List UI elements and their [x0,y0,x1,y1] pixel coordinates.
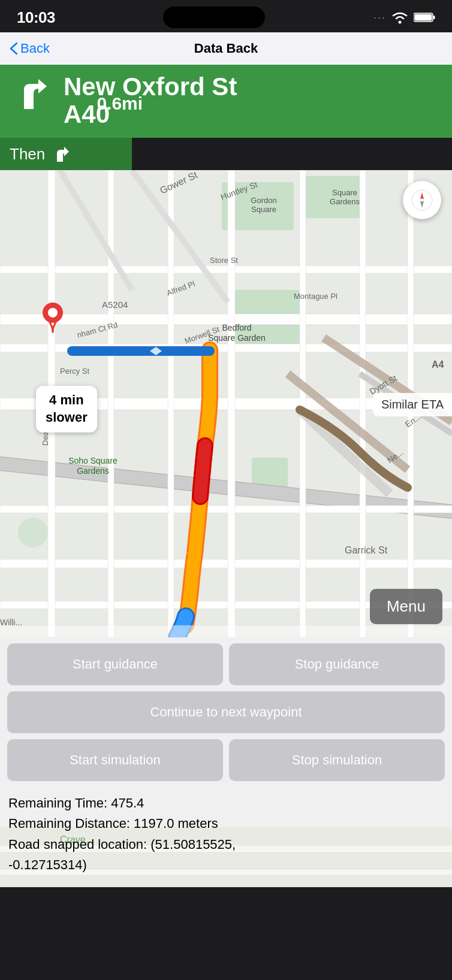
street-info: New Oxford St A40 [64,73,237,128]
svg-text:Square: Square [332,188,357,197]
road-snapped-coords: -0.12715314) [8,855,444,875]
simulation-row: Start simulation Stop simulation [7,739,445,781]
road-snapped-label: Road snapped location: (51.50815525, [8,834,444,855]
svg-text:Garrick St: Garrick St [345,545,388,555]
start-simulation-button[interactable]: Start simulation [7,739,223,781]
then-label: Then [10,145,45,164]
svg-rect-20 [108,170,114,637]
svg-text:Montague Pl: Montague Pl [294,292,338,301]
info-overlay: Remaining Time: 475.4 Remaining Distance… [8,793,444,875]
compass-icon [411,189,433,211]
nav-bar: Back Data Back [0,32,452,65]
wifi-icon [391,11,409,24]
map-container[interactable]: Gower St Huntley St A5204 nham Ct Rd Per… [0,170,452,637]
svg-text:Gardens: Gardens [330,197,360,206]
back-label: Back [20,41,50,56]
continue-waypoint-button[interactable]: Continue to next waypoint [7,691,445,733]
turn-right-icon [12,73,54,115]
svg-text:A5204: A5204 [102,300,128,310]
signal-icon: ··· [373,11,386,24]
battery-icon [414,12,435,23]
then-turn-icon [52,144,73,164]
page-title: Data Back [194,41,258,56]
distance: 0.6mi [97,93,143,113]
similar-eta-label: Similar ETA [373,393,452,416]
svg-text:Square: Square [251,205,276,214]
svg-rect-22 [228,170,235,637]
svg-rect-16 [0,506,452,513]
svg-text:Gardens: Gardens [77,466,109,476]
svg-rect-56 [0,625,452,637]
svg-text:Soho Square: Soho Square [68,456,117,465]
svg-text:Gordon: Gordon [251,196,276,205]
street-name: New Oxford St [64,73,237,101]
start-guidance-button[interactable]: Start guidance [7,643,223,685]
info-area: Crave... Remaining Time: 475.4 Remaining… [0,787,452,887]
svg-point-0 [398,21,401,24]
svg-rect-15 [0,266,452,273]
svg-rect-2 [433,16,435,19]
stop-guidance-button[interactable]: Stop guidance [229,643,445,685]
remaining-time: Remaining Time: 475.4 [8,793,444,813]
svg-text:Bedford: Bedford [222,323,251,332]
status-time: 10:03 [17,8,55,27]
svg-rect-9 [18,518,48,548]
location-pin [41,302,65,335]
guidance-row: Start guidance Stop guidance [7,643,445,685]
turn-arrow-container [12,73,54,117]
compass[interactable] [403,181,441,219]
remaining-distance: Remaining Distance: 1197.0 meters [8,813,444,834]
road-code: A40 [64,101,237,128]
svg-rect-3 [414,14,432,21]
then-bar: Then [0,138,132,170]
svg-text:Square Garden: Square Garden [208,333,266,343]
svg-rect-8 [252,458,288,488]
svg-text:Store St: Store St [210,256,238,265]
svg-text:A4: A4 [432,359,444,370]
svg-rect-24 [360,170,366,637]
back-chevron-icon [10,42,18,55]
svg-rect-17 [0,559,452,568]
back-button[interactable]: Back [10,41,50,56]
controls-area: Start guidance Stop guidance Continue to… [0,637,452,787]
svg-text:Percy St: Percy St [60,367,90,376]
slower-text: 4 minslower [46,392,88,425]
svg-rect-21 [168,170,174,637]
svg-rect-23 [300,170,306,637]
dynamic-island [163,7,265,28]
slower-tooltip: 4 minslower [36,386,97,432]
status-bar: 10:03 ··· [0,0,452,32]
menu-button[interactable]: Menu [370,589,442,624]
nav-header: New Oxford St A40 0.6mi [0,65,452,138]
status-icons: ··· [373,11,435,24]
stop-simulation-button[interactable]: Stop simulation [229,739,445,781]
